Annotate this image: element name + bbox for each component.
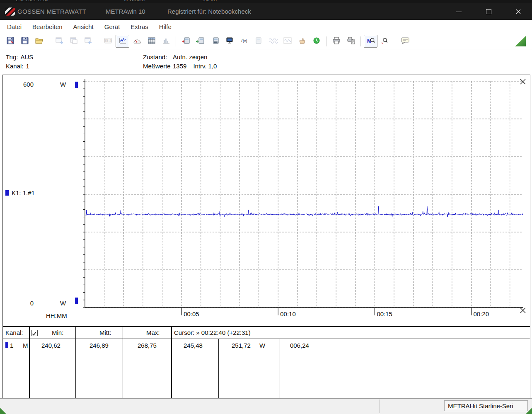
channel-range-marker bbox=[75, 82, 78, 88]
svg-text:(x): (x) bbox=[243, 39, 247, 43]
data-table-button[interactable] bbox=[145, 35, 158, 48]
device-send-icon bbox=[196, 36, 205, 46]
col-header-min: Min: bbox=[52, 329, 63, 336]
work-area: 00:0500:1000:1500:20 600 W 0 W K1: 1.#1 … bbox=[2, 75, 530, 399]
statusbar-divider bbox=[379, 399, 380, 413]
print-page-icon bbox=[346, 36, 355, 46]
import-window-icon bbox=[84, 36, 93, 46]
hand-probe-icon bbox=[297, 36, 307, 46]
menu-item-hilfe[interactable]: Hilfe bbox=[154, 20, 177, 34]
col-header-kanal: Kanal: bbox=[5, 329, 23, 336]
export-window-icon bbox=[55, 36, 64, 46]
check-icon bbox=[32, 332, 36, 336]
analog-meter-icon bbox=[133, 36, 142, 46]
toolbar: 88.8f(x)M bbox=[0, 34, 532, 49]
menu-item-bearbeiten[interactable]: Bearbeiten bbox=[27, 20, 68, 34]
background-text-fragment: 2.02.2022 11:30 bbox=[16, 0, 48, 2]
menu-item-extras[interactable]: Extras bbox=[125, 20, 154, 34]
messwerte-label: Meßwerte bbox=[143, 62, 173, 71]
channel-visible-checkbox[interactable] bbox=[31, 330, 38, 336]
table-separator bbox=[218, 339, 219, 398]
analog-meter-button[interactable] bbox=[130, 35, 144, 48]
minimize-icon bbox=[456, 12, 462, 12]
device-config-icon bbox=[210, 36, 220, 46]
device-send-button[interactable] bbox=[193, 35, 207, 48]
open-folder-button[interactable] bbox=[32, 35, 46, 48]
close-icon bbox=[515, 9, 521, 15]
table-separator bbox=[29, 327, 30, 398]
copy-window-icon bbox=[69, 36, 78, 46]
save-icon bbox=[20, 36, 29, 46]
monitor-icon bbox=[225, 36, 234, 46]
formula-button[interactable]: f(x) bbox=[237, 35, 251, 48]
row-channel-color-icon bbox=[5, 342, 8, 348]
desktop-corner-left bbox=[0, 408, 6, 414]
kanal-label: Kanal: bbox=[6, 63, 24, 70]
annotation-button[interactable] bbox=[398, 35, 412, 48]
brand-text: GOSSEN METRAWATT bbox=[17, 8, 86, 15]
menu-item-datei[interactable]: Datei bbox=[2, 20, 27, 34]
row-channel: 1 bbox=[10, 342, 13, 349]
y-axis-max-label: 600 bbox=[15, 81, 34, 88]
toolbar-separator bbox=[176, 36, 176, 46]
save-as-button[interactable] bbox=[3, 35, 17, 48]
table-separator bbox=[280, 339, 280, 398]
maximize-icon bbox=[486, 9, 491, 14]
chart-plot[interactable]: 00:0500:1000:1500:20 bbox=[3, 75, 529, 326]
import-window-button bbox=[81, 35, 95, 48]
row-mode: M bbox=[23, 342, 28, 349]
open-folder-icon bbox=[35, 36, 44, 46]
print-button[interactable] bbox=[329, 35, 343, 48]
y-axis-unit-top: W bbox=[60, 81, 66, 88]
kanal-value: 1 bbox=[26, 63, 29, 70]
menu-item-ansicht[interactable]: Ansicht bbox=[68, 20, 99, 34]
histogram-button bbox=[159, 35, 173, 48]
x-tick-label: 00:15 bbox=[377, 310, 392, 317]
table-separator bbox=[75, 327, 76, 398]
col-header-cursor: Cursor: » 00:22:40 (+22:31) bbox=[174, 329, 251, 336]
minimize-button[interactable] bbox=[452, 3, 466, 20]
x-tick-label: 00:05 bbox=[184, 310, 199, 317]
desktop-background-strip: 2.02.2022 11:30 JPG-Datei 100 KB bbox=[0, 0, 532, 3]
close-button[interactable] bbox=[511, 3, 525, 20]
dual-trace-button bbox=[266, 35, 280, 48]
maximize-button[interactable] bbox=[481, 3, 496, 20]
table-header-divider bbox=[3, 339, 530, 339]
app-window: 2.02.2022 11:30 JPG-Datei 100 KB GOSSEN … bbox=[0, 0, 532, 414]
trig-label: Trig: bbox=[6, 53, 18, 61]
annotation-icon bbox=[401, 36, 410, 46]
line-chart-icon bbox=[118, 36, 127, 46]
y-axis-unit-bottom: W bbox=[60, 300, 66, 307]
messwerte-value: 1359 bbox=[173, 63, 186, 70]
channel-label: K1: 1.#1 bbox=[12, 189, 35, 196]
digital-display-icon: 88.8 bbox=[104, 36, 113, 46]
print-page-button[interactable] bbox=[344, 35, 358, 48]
monitor-button[interactable] bbox=[222, 35, 236, 48]
zustand-value: Aufn. zeigen bbox=[173, 53, 207, 61]
row-cursor2: 251,72 bbox=[232, 342, 251, 349]
save-button[interactable] bbox=[18, 35, 31, 48]
y-axis-min-label: 0 bbox=[15, 300, 34, 307]
dual-trace-icon bbox=[268, 36, 278, 46]
device-read-button[interactable] bbox=[179, 35, 193, 48]
print-icon bbox=[332, 36, 341, 46]
toolbar-separator bbox=[98, 36, 98, 46]
zoom-mode-button[interactable]: M bbox=[364, 35, 377, 48]
device-config-button[interactable] bbox=[208, 35, 222, 48]
timer-clock-button[interactable] bbox=[310, 35, 323, 48]
registered-for-text: Registriert für: Notebookcheck bbox=[167, 8, 251, 15]
col-header-max: Max: bbox=[146, 329, 160, 336]
wave-memory-button bbox=[281, 35, 294, 48]
background-text-fragment: 100 KB bbox=[202, 0, 217, 2]
hand-probe-button[interactable] bbox=[295, 35, 309, 48]
table-separator bbox=[123, 327, 123, 398]
intrv-value: 1,0 bbox=[208, 63, 217, 70]
toolbar-separator bbox=[395, 36, 395, 46]
intrv-label: Intrv. bbox=[193, 62, 206, 71]
zoom-select-button[interactable] bbox=[378, 35, 392, 48]
line-chart-button[interactable] bbox=[116, 35, 129, 48]
menu-item-geraet[interactable]: Gerät bbox=[99, 20, 126, 34]
x-tick-label: 00:10 bbox=[280, 310, 296, 317]
chart-area[interactable]: 00:0500:1000:1500:20 600 W 0 W K1: 1.#1 … bbox=[3, 75, 530, 326]
row-delta: 006,24 bbox=[290, 342, 309, 349]
